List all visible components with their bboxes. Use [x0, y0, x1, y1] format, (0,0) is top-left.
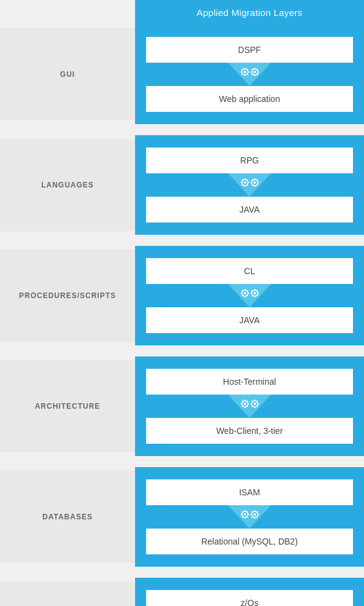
section-content-gui: DSPF Web application: [135, 28, 364, 120]
svg-line-67: [247, 406, 247, 407]
section-bottom-gap-left-architecture: [0, 452, 135, 456]
svg-line-36: [252, 179, 252, 180]
svg-line-56: [252, 290, 252, 291]
section-bottom-bar-architecture: [135, 452, 364, 456]
section-label-gui: GUI: [0, 28, 135, 120]
svg-line-27: [247, 185, 247, 186]
svg-line-37: [257, 185, 257, 186]
section-row-os: OPERATING SYSTEMz/Os Linux (CentOs): [0, 581, 364, 606]
section-gap-procedures: [0, 345, 364, 356]
main-container: Applied Migration Layers GUIDSPF Web app…: [0, 0, 364, 606]
section-label-databases: DATABASES: [0, 471, 135, 563]
svg-point-61: [244, 403, 246, 405]
svg-line-16: [252, 69, 252, 69]
svg-line-58: [257, 290, 257, 291]
section-row-procedures: PROCEDURES/SCRIPTSCL JAVA: [0, 250, 364, 342]
svg-line-39: [252, 185, 252, 186]
svg-point-31: [254, 181, 256, 184]
section-gap-languages: [0, 235, 364, 246]
to-box-procedures: JAVA: [146, 307, 353, 333]
svg-line-79: [252, 406, 252, 407]
section-content-os: z/Os Linux (CentOs): [135, 581, 364, 606]
svg-line-49: [242, 296, 242, 296]
svg-point-71: [254, 403, 256, 405]
svg-line-9: [242, 74, 242, 75]
arrow-wrapper-languages: [146, 173, 353, 197]
section-bottom-bar-procedures: [135, 342, 364, 345]
section-content-databases: ISAM Relational (MySQL, DB2): [135, 471, 364, 563]
from-box-os: z/Os: [146, 590, 353, 606]
to-box-languages: JAVA: [146, 197, 353, 222]
svg-line-88: [247, 511, 247, 512]
section-bottom-gap-left-gui: [0, 120, 135, 124]
arrow-chevron-procedures: [228, 284, 271, 307]
section-label-languages: LANGUAGES: [0, 139, 135, 231]
section-bottom-gap-left-databases: [0, 563, 135, 567]
section-content-procedures: CL JAVA: [135, 250, 364, 342]
svg-line-97: [257, 517, 257, 517]
arrow-wrapper-databases: [146, 505, 353, 529]
svg-line-57: [257, 296, 257, 296]
arrow-wrapper-gui: [146, 63, 353, 86]
svg-line-96: [252, 511, 252, 512]
to-box-gui: Web application: [146, 86, 353, 112]
svg-line-8: [247, 69, 247, 69]
svg-point-51: [254, 292, 256, 294]
svg-line-28: [247, 179, 247, 180]
section-gap-databases: [0, 567, 364, 578]
section-content-languages: RPG JAVA: [135, 139, 364, 231]
svg-line-99: [252, 517, 252, 517]
section-bottom-gap-left-languages: [0, 231, 135, 235]
svg-line-78: [257, 401, 257, 401]
svg-point-91: [254, 513, 256, 516]
from-box-gui: DSPF: [146, 37, 353, 63]
svg-line-6: [242, 69, 242, 69]
section-bottom-bar-languages: [135, 231, 364, 235]
from-box-languages: RPG: [146, 148, 353, 173]
svg-point-21: [244, 181, 246, 184]
svg-line-77: [257, 406, 257, 407]
to-box-databases: Relational (MySQL, DB2): [146, 529, 353, 554]
svg-line-19: [252, 74, 252, 75]
svg-line-68: [247, 401, 247, 401]
svg-point-1: [244, 71, 246, 73]
svg-line-7: [247, 74, 247, 75]
section-gap-gui: [0, 124, 364, 135]
arrow-chevron-gui: [228, 63, 271, 86]
to-box-architecture: Web-Client, 3-tier: [146, 418, 353, 444]
from-box-databases: ISAM: [146, 479, 353, 505]
section-row-architecture: ARCHITECTUREHost-Terminal Web-Client, 3-…: [0, 360, 364, 452]
svg-line-17: [257, 74, 257, 75]
svg-line-59: [252, 296, 252, 296]
svg-point-41: [244, 292, 246, 294]
svg-line-66: [242, 401, 242, 401]
section-row-languages: LANGUAGESRPG JAVA: [0, 139, 364, 231]
section-label-os: OPERATING SYSTEM: [0, 581, 135, 606]
section-content-architecture: Host-Terminal Web-Client, 3-tier: [135, 360, 364, 452]
svg-line-87: [247, 517, 247, 517]
header-title: Applied Migration Layers: [135, 0, 364, 25]
svg-line-69: [242, 406, 242, 407]
svg-line-46: [242, 290, 242, 291]
svg-line-76: [252, 401, 252, 401]
section-label-architecture: ARCHITECTURE: [0, 360, 135, 452]
section-gap-architecture: [0, 456, 364, 467]
section-bottom-bar-gui: [135, 120, 364, 124]
svg-line-89: [242, 517, 242, 517]
svg-line-86: [242, 511, 242, 512]
header-left-spacer: [0, 0, 135, 25]
svg-point-81: [244, 513, 246, 516]
arrow-wrapper-architecture: [146, 395, 353, 418]
header-row: Applied Migration Layers: [0, 0, 364, 25]
arrow-chevron-languages: [228, 173, 271, 197]
arrow-chevron-databases: [228, 505, 271, 529]
section-label-procedures: PROCEDURES/SCRIPTS: [0, 250, 135, 342]
svg-line-18: [257, 69, 257, 69]
from-box-architecture: Host-Terminal: [146, 369, 353, 395]
section-bottom-gap-left-procedures: [0, 342, 135, 345]
svg-line-38: [257, 179, 257, 180]
section-bottom-bar-databases: [135, 563, 364, 567]
svg-line-26: [242, 179, 242, 180]
arrow-chevron-architecture: [228, 395, 271, 418]
svg-line-48: [247, 290, 247, 291]
